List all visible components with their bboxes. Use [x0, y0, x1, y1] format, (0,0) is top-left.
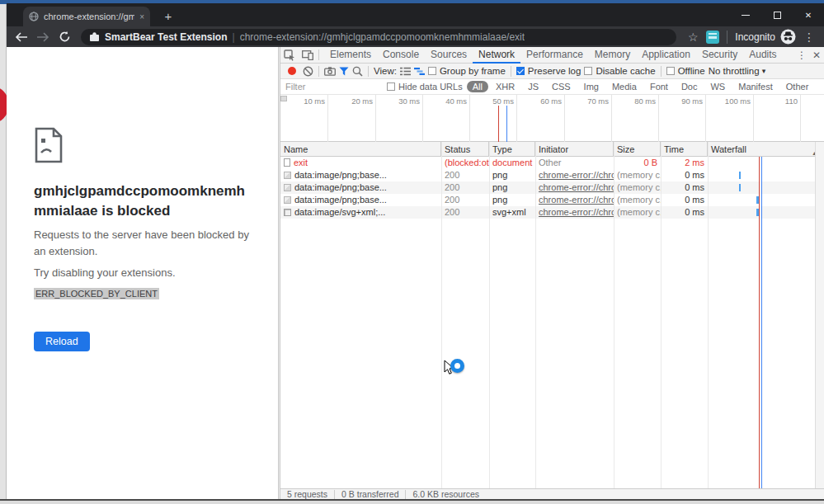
devtools-tab-console[interactable]: Console — [377, 47, 425, 64]
offline-checkbox[interactable]: Offline — [666, 66, 705, 76]
extension-puzzle-icon — [89, 31, 100, 42]
column-header-size[interactable]: Size — [614, 142, 661, 157]
initiator-link[interactable]: chrome-error://chro... — [539, 195, 614, 205]
inspect-element-button[interactable] — [280, 47, 299, 63]
column-divider — [441, 142, 442, 488]
type-filter-media[interactable]: Media — [606, 81, 643, 92]
type-filter-xhr[interactable]: XHR — [490, 81, 520, 92]
bookmark-star-button[interactable]: ☆ — [685, 29, 701, 45]
request-time-cell: 0 ms — [661, 169, 708, 181]
address-bar[interactable]: SmartBear Test Extension | chrome-extens… — [81, 29, 676, 45]
column-header-waterfall[interactable]: Waterfall▲ — [708, 142, 824, 157]
reload-icon — [59, 31, 71, 43]
overview-tick-label: 100 ms — [725, 97, 753, 106]
column-header-name[interactable]: Name — [280, 142, 441, 157]
type-filter-other[interactable]: Other — [780, 81, 815, 92]
list-view-icon[interactable] — [400, 67, 411, 76]
disable-cache-checkbox[interactable]: Disable cache — [584, 66, 655, 76]
request-size-cell: 0 B — [614, 157, 661, 169]
clear-icon[interactable] — [303, 66, 313, 77]
overview-gridline — [327, 95, 328, 142]
initiator-link[interactable]: chrome-error://chro... — [539, 170, 614, 180]
close-button[interactable]: ✕ — [793, 3, 824, 26]
overview-tick-label: 20 ms — [351, 97, 375, 106]
type-filter-js[interactable]: JS — [522, 81, 544, 92]
network-request-row[interactable]: data:image/png;base...200pngchrome-error… — [280, 181, 824, 194]
view-label: View: — [374, 66, 397, 76]
throttling-dropdown[interactable]: No throttling ▾ — [709, 66, 766, 76]
network-toolbar: View: Grou — [280, 64, 824, 79]
network-request-row[interactable]: data:image/png;base...200pngchrome-error… — [280, 169, 824, 181]
waterfall-view-icon[interactable] — [414, 67, 425, 76]
devtools-tab-network[interactable]: Network — [473, 47, 520, 64]
column-header-time[interactable]: Time — [661, 142, 708, 157]
type-filter-manifest[interactable]: Manifest — [732, 81, 779, 92]
tab-close-icon[interactable]: × — [139, 12, 144, 21]
overview-gridline — [469, 95, 470, 142]
waterfall-dcl-marker — [761, 157, 762, 488]
reload-button[interactable] — [56, 29, 73, 45]
devtools-menu-button[interactable]: ⋮ — [794, 49, 809, 61]
group-by-frame-checkbox[interactable]: Group by frame — [428, 66, 506, 76]
type-filter-css[interactable]: CSS — [546, 81, 577, 92]
smartbear-extension-button[interactable] — [706, 31, 719, 44]
network-request-row[interactable]: data:image/svg+xml;...200svg+xmlchrome-e… — [280, 206, 824, 219]
browser-tab[interactable]: chrome-extension://gmhjclgpam × — [23, 7, 150, 26]
preserve-log-checkbox[interactable]: Preserve log — [516, 66, 582, 76]
devtools-tab-performance[interactable]: Performance — [520, 47, 589, 64]
filter-funnel-icon[interactable] — [339, 67, 349, 76]
overview-gridline — [611, 95, 612, 142]
devtools-tab-elements[interactable]: Elements — [324, 47, 377, 64]
column-header-initiator[interactable]: Initiator — [535, 142, 614, 157]
devtools-tabbar-right: ⋮ ✕ — [794, 49, 824, 61]
new-tab-button[interactable]: + — [160, 8, 177, 25]
filter-input[interactable] — [285, 82, 383, 92]
overview-tick-label: 50 ms — [492, 97, 516, 106]
error-code: ERR_BLOCKED_BY_CLIENT — [34, 288, 159, 299]
devtools-panel: ElementsConsoleSourcesNetworkPerformance… — [280, 47, 824, 499]
back-button[interactable] — [13, 29, 30, 45]
back-arrow-icon — [15, 32, 28, 42]
initiator-link[interactable]: chrome-error://chro... — [539, 207, 614, 217]
devtools-tab-audits[interactable]: Audits — [743, 47, 782, 64]
doc-file-icon — [284, 158, 290, 167]
hide-data-urls-checkbox[interactable]: Hide data URLs — [387, 82, 463, 92]
overview-selection-handle[interactable] — [280, 96, 287, 101]
network-request-row[interactable]: data:image/png;base...200pngchrome-error… — [280, 194, 824, 206]
browser-menu-button[interactable]: ⋮ — [801, 29, 817, 45]
request-type-cell: png — [489, 169, 535, 181]
minimize-button[interactable] — [730, 3, 761, 26]
type-filter-all[interactable]: All — [467, 81, 488, 92]
devtools-tab-memory[interactable]: Memory — [589, 47, 636, 64]
devtools-tab-sources[interactable]: Sources — [425, 47, 473, 64]
devtools-close-button[interactable]: ✕ — [809, 49, 824, 61]
table-scrollbar[interactable] — [815, 142, 824, 488]
content-area: gmhjclgpamdccpomoomknemhmmialaae is bloc… — [7, 47, 824, 499]
type-filter-img[interactable]: Img — [578, 81, 605, 92]
device-toolbar-button[interactable] — [299, 47, 317, 63]
network-request-row[interactable]: exit(blocked:ot...documentOther0 B2 ms — [280, 157, 824, 169]
network-overview-timeline[interactable]: 10 ms20 ms30 ms40 ms50 ms60 ms70 ms80 ms… — [280, 95, 824, 142]
devtools-tab-application[interactable]: Application — [636, 47, 696, 64]
forward-button[interactable] — [35, 29, 51, 45]
column-header-status[interactable]: Status — [441, 142, 489, 157]
request-size-cell: (memory c... — [614, 194, 661, 206]
maximize-button[interactable] — [761, 3, 793, 26]
request-initiator-cell: Other — [535, 157, 614, 169]
overview-tick-label: 60 ms — [540, 97, 564, 106]
overview-gridline — [705, 95, 706, 142]
column-header-type[interactable]: Type — [489, 142, 535, 157]
devtools-tab-security[interactable]: Security — [696, 47, 743, 64]
overview-dcl-marker — [506, 106, 507, 142]
request-initiator-cell: chrome-error://chro... — [535, 206, 614, 219]
request-time-cell: 2 ms — [661, 157, 708, 169]
type-filter-doc[interactable]: Doc — [676, 81, 704, 92]
type-filter-font[interactable]: Font — [644, 81, 674, 92]
initiator-link[interactable]: chrome-error://chro... — [539, 182, 614, 192]
type-filter-ws[interactable]: WS — [704, 81, 731, 92]
screenshot-camera-icon[interactable] — [324, 67, 336, 76]
record-button[interactable] — [288, 67, 296, 75]
star-icon: ☆ — [688, 31, 699, 44]
search-icon[interactable] — [352, 66, 363, 77]
reload-page-button[interactable]: Reload — [34, 332, 90, 351]
